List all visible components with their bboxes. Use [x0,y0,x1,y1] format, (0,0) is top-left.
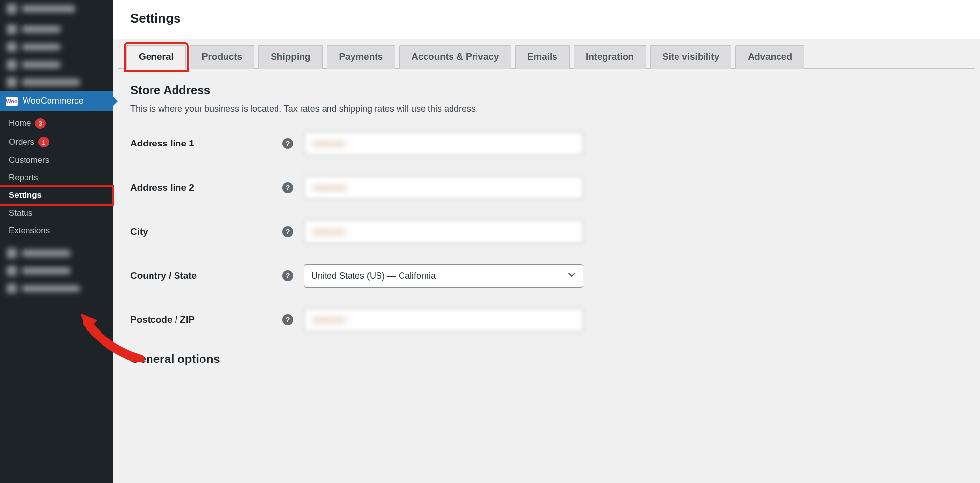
admin-sidebar: Woo WooCommerce Home 3 Orders 1 Customer… [0,0,113,483]
sidebar-item-blurred[interactable] [0,244,113,262]
field-label: Postcode / ZIP [130,314,282,325]
tab-label: Emails [528,51,557,62]
woocommerce-icon: Woo [6,97,18,106]
sidebar-item-blurred[interactable] [0,262,113,280]
tab-label: Products [202,51,242,62]
tab-label: Integration [586,51,634,62]
sidebar-item-label: Settings [9,191,42,200]
main-content: Settings General Products Shipping Payme… [113,0,980,483]
svg-marker-0 [80,314,97,331]
page-title: Settings [130,11,962,26]
sidebar-item-settings[interactable]: Settings [0,187,113,204]
sidebar-item-orders[interactable]: Orders 1 [0,133,113,151]
field-label: City [130,226,282,237]
help-icon[interactable]: ? [282,182,293,193]
row-address-line-2: Address line 2 ? [130,176,962,199]
tab-label: Accounts & Privacy [411,51,499,62]
address-line-2-input[interactable] [304,176,583,199]
sidebar-item-home[interactable]: Home 3 [0,114,113,133]
sidebar-item-label: Status [9,208,32,218]
sidebar-item-blurred[interactable] [0,38,113,56]
sidebar-item-label: Extensions [9,226,50,236]
selected-value: United States (US) — California [311,271,436,281]
tab-site-visibility[interactable]: Site visibility [650,45,731,69]
row-postcode: Postcode / ZIP ? [130,308,962,332]
section-heading: General options [130,352,962,366]
tab-label: Advanced [748,51,792,62]
tab-payments[interactable]: Payments [327,45,395,69]
sidebar-item-customers[interactable]: Customers [0,151,113,169]
sidebar-item-label: Reports [9,173,38,183]
row-address-line-1: Address line 1 ? [130,132,962,155]
country-state-select[interactable]: United States (US) — California [304,264,583,288]
page-header: Settings [113,0,980,39]
sidebar-item-reports[interactable]: Reports [0,169,113,187]
sidebar-item-label: Customers [9,155,49,165]
tab-integration[interactable]: Integration [574,45,646,69]
field-label: Country / State [130,270,282,281]
tab-label: Site visibility [662,51,719,62]
tab-accounts-privacy[interactable]: Accounts & Privacy [399,45,511,69]
sidebar-parent-woocommerce[interactable]: Woo WooCommerce [0,91,113,111]
settings-tabs: General Products Shipping Payments Accou… [118,39,975,69]
tab-general[interactable]: General [126,45,186,69]
sidebar-item-label: Home [9,119,31,128]
sidebar-item-label: Orders [9,137,34,147]
count-badge: 1 [38,137,49,147]
sidebar-item-blurred[interactable] [0,21,113,38]
tab-label: General [139,51,174,62]
tab-emails[interactable]: Emails [515,45,570,69]
field-label: Address line 2 [130,182,282,193]
tab-shipping[interactable]: Shipping [258,45,323,69]
sidebar-item-blurred[interactable] [0,280,113,297]
count-badge: 3 [35,118,46,129]
row-country-state: Country / State ? United States (US) — C… [130,264,962,288]
tab-label: Payments [339,51,383,62]
sidebar-item-blurred[interactable] [0,56,113,73]
help-icon[interactable]: ? [282,314,293,325]
tab-advanced[interactable]: Advanced [735,45,804,69]
tab-label: Shipping [271,51,310,62]
city-input[interactable] [304,220,583,243]
sidebar-item-blurred[interactable] [0,0,113,18]
sidebar-item-status[interactable]: Status [0,204,113,222]
row-city: City ? [130,220,962,243]
section-heading: Store Address [130,83,962,97]
general-settings-panel: Store Address This is where your busines… [118,69,975,383]
help-icon[interactable]: ? [282,226,293,237]
settings-content: General Products Shipping Payments Accou… [113,39,980,483]
postcode-input[interactable] [304,308,583,332]
sidebar-item-extensions[interactable]: Extensions [0,222,113,240]
field-label: Address line 1 [130,138,282,149]
address-line-1-input[interactable] [304,132,583,155]
help-icon[interactable]: ? [282,138,293,149]
sidebar-item-blurred[interactable] [0,73,113,91]
section-description: This is where your business is located. … [130,104,962,114]
tab-products[interactable]: Products [190,45,254,69]
woocommerce-submenu: Home 3 Orders 1 Customers Reports Settin… [0,111,113,244]
sidebar-parent-label: WooCommerce [23,96,84,106]
help-icon[interactable]: ? [282,270,293,281]
